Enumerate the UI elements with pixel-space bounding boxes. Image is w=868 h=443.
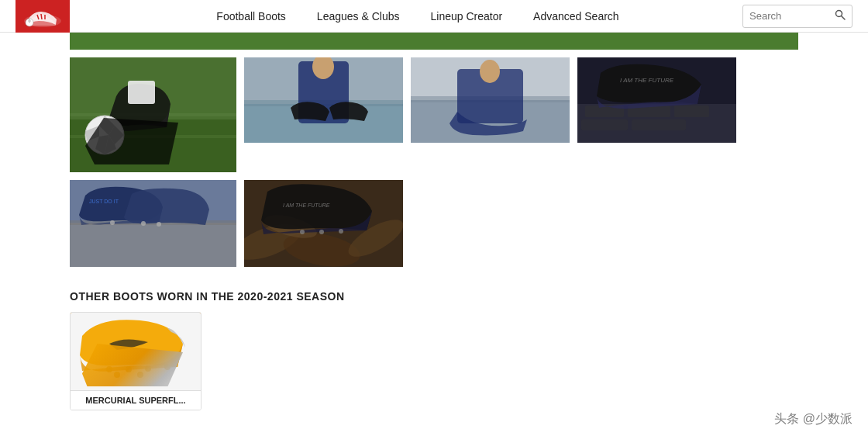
svg-rect-10 bbox=[70, 135, 236, 138]
svg-point-35 bbox=[157, 222, 161, 227]
search-input[interactable] bbox=[749, 10, 835, 22]
navbar: Football Boots Leagues & Clubs Lineup Cr… bbox=[0, 0, 868, 33]
other-boots-section: OTHER BOOTS WORN IN THE 2020-2021 SEASON bbox=[0, 290, 868, 426]
svg-line-2 bbox=[41, 14, 42, 19]
svg-point-22 bbox=[480, 60, 500, 83]
hero-bar bbox=[70, 33, 798, 50]
svg-text:I AM THE FUTURE: I AM THE FUTURE bbox=[620, 77, 674, 84]
boots-card-label: MERCURIAL SUPERFL... bbox=[71, 390, 201, 410]
gallery-row-2: JUST DO IT I AM THE FUTURE bbox=[70, 180, 798, 267]
svg-point-44 bbox=[300, 230, 305, 234]
search-area bbox=[742, 5, 852, 28]
gallery-image-player-boots[interactable] bbox=[244, 57, 403, 143]
nav-leagues-clubs[interactable]: Leagues & Clubs bbox=[317, 10, 400, 22]
boots-card-image bbox=[71, 313, 201, 390]
other-boots-title: OTHER BOOTS WORN IN THE 2020-2021 SEASON bbox=[70, 290, 798, 303]
gallery-image-dark-boots-text[interactable]: I AM THE FUTURE bbox=[577, 57, 736, 143]
nav-football-boots[interactable]: Football Boots bbox=[216, 10, 286, 22]
svg-rect-27 bbox=[674, 106, 709, 117]
svg-point-34 bbox=[141, 221, 146, 226]
gallery-image-boot-grass[interactable] bbox=[70, 57, 236, 172]
svg-line-6 bbox=[842, 16, 846, 20]
nav-advanced-search[interactable]: Advanced Search bbox=[533, 10, 619, 22]
boots-card-mercurial[interactable]: MERCURIAL SUPERFL... bbox=[70, 312, 202, 410]
gallery-section: I AM THE FUTURE JUST DO IT bbox=[0, 50, 868, 290]
svg-point-46 bbox=[339, 229, 343, 234]
nav-lineup-creator[interactable]: Lineup Creator bbox=[430, 10, 502, 22]
svg-text:JUST DO IT: JUST DO IT bbox=[89, 199, 119, 204]
svg-point-36 bbox=[110, 220, 115, 225]
gallery-image-boots-leaves[interactable]: I AM THE FUTURE bbox=[244, 180, 403, 267]
svg-point-51 bbox=[164, 364, 170, 370]
svg-rect-32 bbox=[70, 223, 236, 267]
svg-point-52 bbox=[114, 372, 120, 378]
svg-point-53 bbox=[137, 372, 143, 378]
gallery-image-boots-stone[interactable]: JUST DO IT bbox=[70, 180, 236, 267]
svg-point-45 bbox=[319, 230, 324, 234]
site-logo[interactable] bbox=[16, 0, 70, 33]
nav-links: Football Boots Leagues & Clubs Lineup Cr… bbox=[93, 10, 742, 22]
svg-text:I AM THE FUTURE: I AM THE FUTURE bbox=[283, 202, 330, 208]
svg-rect-28 bbox=[581, 119, 628, 130]
gallery-image-player-sitting[interactable] bbox=[411, 57, 570, 143]
svg-point-49 bbox=[126, 366, 132, 372]
svg-rect-11 bbox=[128, 81, 155, 104]
gallery-row-1: I AM THE FUTURE bbox=[70, 57, 798, 172]
search-icon[interactable] bbox=[835, 9, 846, 22]
svg-point-50 bbox=[145, 365, 151, 372]
svg-point-48 bbox=[106, 366, 112, 372]
svg-rect-29 bbox=[632, 119, 686, 130]
